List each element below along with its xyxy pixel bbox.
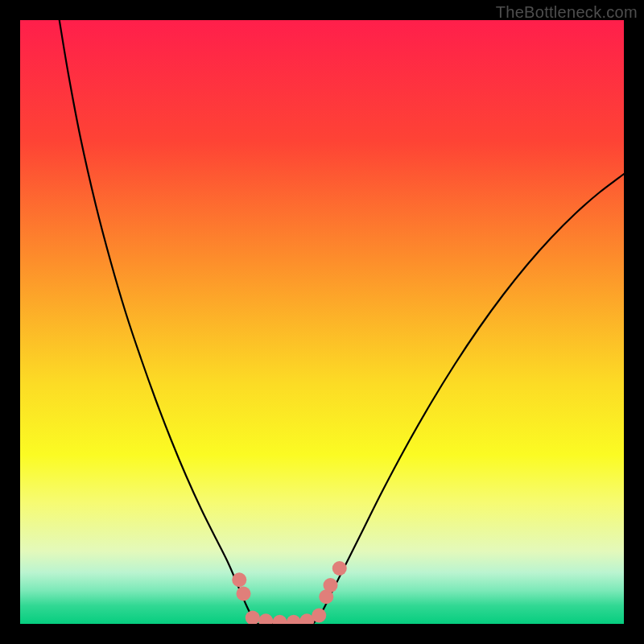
watermark-text: TheBottleneck.com	[496, 3, 638, 22]
marker-point	[324, 578, 338, 592]
chart-frame: TheBottleneck.com	[0, 0, 644, 644]
plot-background	[20, 20, 624, 624]
bottleneck-chart	[20, 20, 624, 624]
marker-point	[332, 561, 347, 576]
marker-point	[312, 609, 326, 623]
marker-point	[237, 587, 251, 601]
marker-point	[232, 572, 246, 587]
